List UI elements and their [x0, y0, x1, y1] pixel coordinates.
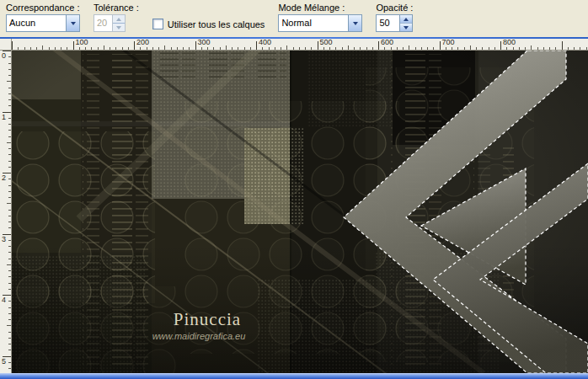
ruler-tick: [8, 154, 11, 155]
use-all-layers-group: Utiliser tous les calques: [152, 19, 265, 29]
vertical-ruler[interactable]: 012345: [0, 51, 12, 373]
ruler-tick: [8, 338, 11, 339]
opacity-input[interactable]: 50: [376, 14, 413, 32]
chevron-down-icon[interactable]: [348, 15, 361, 31]
ruler-tick: [73, 41, 74, 50]
chevron-down-icon[interactable]: [400, 23, 412, 31]
ruler-tick: [104, 45, 104, 50]
chevron-down-icon[interactable]: [66, 15, 79, 31]
ruler-tick: [152, 47, 153, 50]
ruler-tick: [299, 47, 300, 50]
ruler-label: 300: [198, 39, 211, 46]
chevron-up-icon[interactable]: [400, 15, 412, 23]
ruler-tick: [586, 47, 587, 50]
ruler-tick: [568, 47, 569, 50]
blend-mode-select[interactable]: Normal: [278, 14, 362, 32]
use-all-layers-checkbox[interactable]: [152, 19, 163, 29]
bottom-scroll-edge[interactable]: [0, 373, 588, 379]
ruler-tick: [8, 319, 11, 320]
ruler-label: 4: [2, 296, 6, 304]
ruler-tick: [8, 307, 11, 308]
ruler-tick: [115, 47, 116, 50]
ruler-tick: [18, 47, 19, 50]
ruler-tick: [244, 47, 245, 50]
tool-options-bar: Correspondance : Aucun Tolérance : 20 Ut…: [0, 0, 588, 37]
ruler-tick: [8, 99, 11, 100]
ruler-tick: [8, 368, 11, 369]
ruler-tick: [8, 93, 11, 94]
tolerance-input: 20: [94, 14, 126, 32]
ruler-tick: [446, 47, 446, 50]
ruler-label: 100: [76, 39, 88, 46]
ruler-tick: [415, 47, 416, 50]
ruler-tick: [543, 47, 544, 50]
tolerance-label: Tolérance :: [94, 3, 139, 13]
ruler-tick: [378, 41, 379, 50]
ruler-tick: [8, 270, 11, 271]
ruler-label: 700: [442, 39, 455, 46]
ruler-tick: [391, 47, 392, 50]
ruler-tick: [318, 41, 318, 50]
ruler-tick: [397, 47, 398, 50]
ruler-tick: [67, 47, 67, 50]
ruler-tick: [7, 264, 11, 265]
ruler-tick: [366, 47, 367, 50]
ruler-tick: [8, 227, 11, 228]
ruler-tick: [476, 47, 477, 50]
ruler-tick: [49, 47, 50, 50]
ruler-tick: [525, 47, 526, 50]
ruler-tick: [360, 47, 361, 50]
horizontal-ruler[interactable]: 100200300400500600700800: [12, 39, 588, 50]
correspondance-select[interactable]: Aucun: [6, 14, 80, 32]
ruler-tick: [7, 142, 11, 143]
ruler-tick: [91, 47, 92, 50]
ruler-tick: [55, 47, 56, 50]
ruler-tick: [140, 47, 141, 50]
opacity-label: Opacité :: [376, 3, 413, 13]
ruler-tick: [61, 47, 61, 50]
ruler-tick: [8, 69, 11, 70]
ruler-corner: [0, 39, 12, 50]
ruler-label: 3: [2, 236, 6, 243]
opacity-group: Opacité : 50: [376, 3, 413, 32]
ruler-tick: [531, 45, 532, 50]
ruler-tick: [281, 47, 281, 50]
ruler-tick: [8, 105, 11, 106]
ruler-tick: [207, 47, 208, 50]
ruler-tick: [238, 47, 238, 50]
ruler-tick: [8, 148, 11, 149]
ruler-label: 500: [320, 39, 333, 46]
ruler-tick: [110, 47, 110, 50]
app-window: Correspondance : Aucun Tolérance : 20 Ut…: [0, 0, 588, 379]
ruler-label: 600: [381, 39, 393, 46]
ruler-tick: [8, 130, 11, 131]
opacity-value: 50: [377, 15, 399, 31]
ruler-tick: [36, 47, 37, 50]
ruler-tick: [494, 47, 495, 50]
ruler-tick: [464, 47, 465, 50]
use-all-layers-label: Utiliser tous les calques: [168, 19, 265, 29]
ruler-tick: [122, 47, 123, 50]
ruler-tick: [500, 41, 501, 50]
ruler-tick: [537, 47, 538, 50]
ruler-label: 200: [136, 39, 149, 46]
ruler-tick: [8, 301, 11, 302]
ruler-tick: [335, 47, 336, 50]
ruler-tick: [8, 210, 11, 211]
ruler-tick: [433, 47, 434, 50]
blend-mode-label: Mode Mélange :: [278, 3, 362, 13]
watermark-name: Pinuccia: [174, 309, 241, 329]
correspondance-group: Correspondance : Aucun: [6, 3, 80, 32]
blend-mode-group: Mode Mélange : Normal: [278, 3, 362, 32]
ruler-label: 0: [2, 52, 6, 60]
ruler-tick: [452, 47, 452, 50]
ruler-tick: [79, 47, 80, 50]
ruler-tick: [482, 47, 483, 50]
ruler-tick: [8, 179, 11, 179]
image-canvas[interactable]: Pinuccia www.maidiregrafica.eu: [12, 51, 588, 373]
ruler-label: 1: [2, 114, 6, 121]
ruler-tick: [189, 47, 190, 50]
ruler-tick: [348, 45, 349, 50]
ruler-tick: [158, 47, 159, 50]
ruler-tick: [269, 47, 270, 50]
